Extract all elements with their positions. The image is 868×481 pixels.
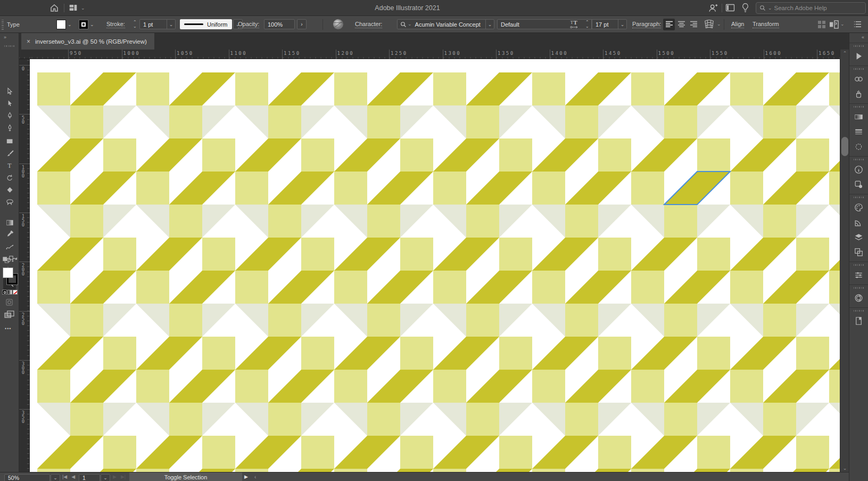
type-tool[interactable]: T <box>3 160 16 172</box>
panel-grip[interactable] <box>2 19 4 30</box>
scrollbar-thumb[interactable] <box>841 137 848 156</box>
selection-tool[interactable] <box>3 86 16 97</box>
align-left-button[interactable] <box>663 19 675 30</box>
expand-panel-icon[interactable]: » <box>4 35 7 40</box>
align-to-selection-icon[interactable]: ⌄ <box>829 16 845 32</box>
chevron-down-icon[interactable]: ⌄ <box>90 22 94 27</box>
scroll-up-icon[interactable]: ⌃ <box>840 51 849 56</box>
drawing-modes-icon[interactable] <box>5 298 13 308</box>
status-tool-hint[interactable]: Toggle Selection <box>129 472 242 481</box>
properties-panel-icon[interactable] <box>849 267 868 282</box>
stroke-color-swatch[interactable] <box>79 20 88 29</box>
comments-panel-icon[interactable] <box>849 313 868 328</box>
previous-artboard-button[interactable]: ◀ <box>71 474 75 479</box>
brushes-panel-icon[interactable] <box>849 86 868 101</box>
opacity-field[interactable]: 100% <box>264 19 295 29</box>
artboards-panel-icon[interactable] <box>849 244 868 259</box>
stroke-panel-icon[interactable] <box>849 124 868 139</box>
eraser-tool[interactable] <box>3 184 16 196</box>
first-artboard-button[interactable]: |◀ <box>62 474 67 479</box>
help-search-field[interactable]: ⌄ Search Adobe Help <box>756 2 866 14</box>
font-size-stepper[interactable]: ⌃⌄ <box>585 16 589 32</box>
stroke-link[interactable]: Stroke: <box>106 21 125 28</box>
opacity-link[interactable]: Opacity: <box>238 21 259 28</box>
revert-arrow-icon[interactable] <box>12 255 18 265</box>
envelope-distort-icon[interactable]: ⌄ <box>704 16 721 32</box>
actions-play-panel-icon[interactable] <box>849 48 868 63</box>
status-collapse-icon[interactable]: ‹ <box>254 474 256 480</box>
document-tab[interactable]: × inversetwo_v3.ai @ 50 % (RGB/Preview) <box>21 33 154 50</box>
direct-selection-tool[interactable] <box>3 98 16 110</box>
panel-grip[interactable] <box>854 197 864 198</box>
stroke-weight-stepper[interactable]: ⌃⌄ <box>133 16 137 32</box>
edit-toolbar-icon[interactable]: ••• <box>5 326 11 331</box>
cc-libraries-panel-icon[interactable] <box>849 290 868 305</box>
panel-grip[interactable] <box>854 310 864 312</box>
align-panel-link[interactable]: Align <box>731 21 744 28</box>
shaper-tool[interactable] <box>3 197 16 208</box>
control-panel-menu-icon[interactable] <box>854 16 862 32</box>
panel-grip[interactable] <box>4 45 14 47</box>
fill-color-swatch[interactable] <box>56 20 66 29</box>
arrange-documents-icon[interactable] <box>725 4 735 14</box>
fill-swatch[interactable] <box>3 267 13 278</box>
scroll-down-icon[interactable]: ⌄ <box>840 466 849 471</box>
horizontal-ruler[interactable]: 9501000105011001150120012501300135014001… <box>19 50 840 59</box>
color-guide-panel-icon[interactable] <box>849 215 868 230</box>
panel-grip[interactable] <box>854 45 864 47</box>
font-family-field[interactable]: ⌄ Acumin Variable Concept ⌄ <box>397 19 494 29</box>
panel-grip[interactable] <box>854 159 864 160</box>
gradient-tool[interactable] <box>3 217 16 229</box>
vertical-ruler[interactable]: 050100150200250300350 <box>19 59 30 472</box>
recolor-artwork-icon[interactable] <box>332 16 344 32</box>
character-link[interactable]: Character: <box>355 21 382 28</box>
chevron-down-icon[interactable]: ⌄ <box>68 22 72 27</box>
screen-mode-icon[interactable] <box>4 311 14 321</box>
eyedropper-tool[interactable] <box>3 228 16 240</box>
next-artboard-button[interactable]: ▶ <box>113 474 117 479</box>
panel-grip[interactable] <box>854 106 864 108</box>
curvature-tool[interactable] <box>3 123 16 134</box>
opacity-options-button[interactable]: › <box>297 19 307 29</box>
transform-panel-link[interactable]: Transform <box>753 21 779 28</box>
transparency-panel-icon[interactable] <box>849 139 868 154</box>
status-play-icon[interactable]: ▶ <box>244 474 248 479</box>
graphic-styles-panel-icon[interactable] <box>849 177 868 192</box>
block-pattern-artwork[interactable] <box>37 72 840 472</box>
artboard-number-field[interactable]: 1 <box>79 474 100 481</box>
tools-panel-header[interactable]: » <box>0 33 19 50</box>
panel-grip[interactable] <box>854 264 864 266</box>
color-gradient-icon[interactable] <box>7 290 12 295</box>
paintbrush-tool[interactable] <box>3 148 16 159</box>
rectangle-tool[interactable] <box>3 135 16 147</box>
lightbulb-icon[interactable] <box>741 3 750 13</box>
font-size-field[interactable]: 17 pt ⌄ <box>592 19 627 29</box>
vertical-scrollbar[interactable]: ⌃ ⌄ <box>840 50 849 472</box>
stroke-weight-field[interactable]: 1 pt ⌄ <box>139 19 176 29</box>
links-panel-icon[interactable] <box>849 71 868 86</box>
color-none-icon[interactable] <box>13 290 18 295</box>
variable-width-profile-dropdown[interactable]: Uniform <box>180 19 232 29</box>
pen-tool[interactable] <box>3 110 16 122</box>
zoom-level-chevron[interactable]: ⌄ <box>51 474 60 481</box>
zoom-level-field[interactable]: 50% <box>4 474 50 481</box>
font-style-field[interactable]: Default ⌄ <box>497 19 600 29</box>
collapse-dock-icon[interactable]: « <box>849 33 868 43</box>
align-center-button[interactable] <box>675 19 687 30</box>
color-solid-icon[interactable] <box>2 290 7 295</box>
color-panel-icon[interactable] <box>849 200 868 215</box>
artboard-chevron[interactable]: ⌄ <box>101 474 110 481</box>
rotate-tool[interactable] <box>3 172 16 184</box>
panel-grip[interactable] <box>854 287 864 289</box>
width-tool[interactable] <box>3 241 16 253</box>
artboard-canvas[interactable] <box>30 59 840 472</box>
last-artboard-button[interactable]: ▶| <box>121 474 126 479</box>
account-icon[interactable] <box>708 3 718 14</box>
layers-panel-icon[interactable] <box>849 230 868 244</box>
draw-mode-icon[interactable] <box>3 256 9 262</box>
info-panel-icon[interactable] <box>849 162 868 177</box>
panel-grip[interactable] <box>854 68 864 70</box>
paragraph-link[interactable]: Paragraph: <box>632 21 661 28</box>
color-mode-bar[interactable] <box>2 290 18 295</box>
gradient-panel-icon[interactable] <box>849 109 868 124</box>
